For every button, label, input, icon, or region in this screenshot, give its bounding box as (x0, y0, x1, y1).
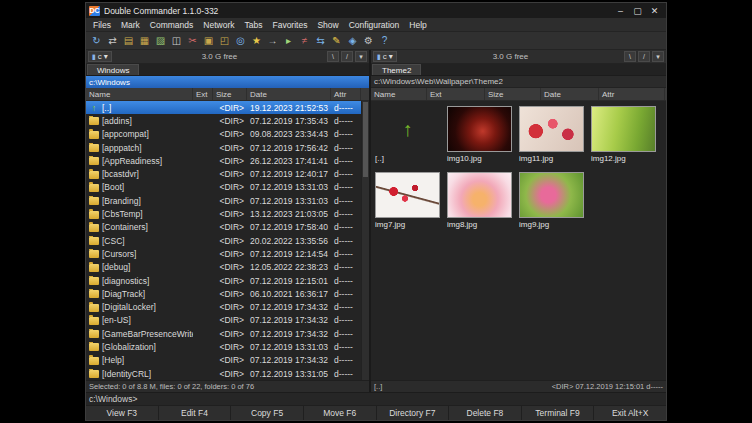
help-icon[interactable]: ? (377, 33, 392, 48)
brief-view-icon[interactable]: ▤ (121, 33, 136, 48)
compare-icon[interactable]: ≠ (297, 33, 312, 48)
fn-button-view-f3[interactable]: View F3 (86, 406, 158, 420)
left-path-bar[interactable]: c:\Windows (86, 76, 369, 88)
folder-icon (89, 184, 99, 192)
file-row[interactable]: [Cursors]<DIR>07.12.2019 12:14:54d----- (86, 247, 361, 260)
menu-files[interactable]: Files (88, 20, 116, 30)
rename-icon[interactable]: ✎ (329, 33, 344, 48)
column-header-size[interactable]: Size (213, 88, 247, 100)
file-row[interactable]: [Globalization]<DIR>07.12.2019 13:31:03d… (86, 340, 361, 353)
menu-help[interactable]: Help (404, 20, 431, 30)
menu-bar: FilesMarkCommandsNetworkTabsFavoritesSho… (86, 18, 666, 31)
fn-button-exit-alt-x[interactable]: Exit Alt+X (594, 406, 666, 420)
right-parent-button[interactable]: / (638, 51, 650, 62)
column-header-ext[interactable]: Ext (193, 88, 213, 100)
left-column-headers: NameExtSizeDateAttr (86, 88, 369, 101)
file-row[interactable]: [en-US]<DIR>07.12.2019 17:34:32d----- (86, 314, 361, 327)
file-row[interactable]: [CSC]<DIR>20.02.2022 13:35:56d----- (86, 234, 361, 247)
goto-icon[interactable]: → (265, 33, 280, 48)
file-row[interactable]: [Containers]<DIR>07.12.2019 17:58:40d---… (86, 221, 361, 234)
right-drive-select[interactable]: ▮ c ▾ (373, 51, 397, 62)
fn-button-copy-f5[interactable]: Copy F5 (231, 406, 303, 420)
right-root-button[interactable]: \ (624, 51, 636, 62)
file-name-label: [Branding] (102, 196, 141, 206)
fn-button-terminal-f9[interactable]: Terminal F9 (522, 406, 594, 420)
right-tab-theme2[interactable]: Theme2 (372, 64, 421, 75)
file-name-cell: [Cursors] (86, 249, 193, 259)
file-size-cell: <DIR> (213, 369, 247, 379)
left-scrollbar-thumb[interactable] (363, 102, 368, 177)
refresh-icon[interactable]: ↻ (89, 33, 104, 48)
file-row[interactable]: [AppReadiness]<DIR>26.12.2023 17:41:41d-… (86, 154, 361, 167)
settings-icon[interactable]: ⚙ (361, 33, 376, 48)
file-row[interactable]: [apppatch]<DIR>07.12.2019 17:56:42d----- (86, 141, 361, 154)
column-header-attr[interactable]: Attr (599, 88, 665, 100)
column-header-date[interactable]: Date (247, 88, 331, 100)
network-icon[interactable]: ◈ (345, 33, 360, 48)
left-parent-button[interactable]: / (341, 51, 353, 62)
thumbnail-item[interactable]: img8.jpg (447, 172, 514, 234)
menu-commands[interactable]: Commands (145, 20, 198, 30)
extract-icon[interactable]: ◰ (217, 33, 232, 48)
fn-button-delete-f8[interactable]: Delete F8 (449, 406, 521, 420)
file-name-label: [Globalization] (102, 342, 156, 352)
thumbnail-up-dir[interactable]: ↑[..] (375, 106, 442, 168)
thumbnail-item[interactable]: img12.jpg (591, 106, 658, 168)
maximize-button[interactable]: ▢ (629, 4, 646, 17)
cut-icon[interactable]: ✂ (185, 33, 200, 48)
column-header-size[interactable]: Size (485, 88, 541, 100)
sync-icon[interactable]: ⇆ (313, 33, 328, 48)
file-row[interactable]: [DigitalLocker]<DIR>07.12.2019 17:34:32d… (86, 300, 361, 313)
menu-favorites[interactable]: Favorites (267, 20, 312, 30)
thumbnail-item[interactable]: img11.jpg (519, 106, 586, 168)
column-header-ext[interactable]: Ext (427, 88, 485, 100)
close-button[interactable]: ✕ (646, 4, 663, 17)
column-header-date[interactable]: Date (541, 88, 599, 100)
file-row[interactable]: [IdentityCRL]<DIR>07.12.2019 13:31:05d--… (86, 367, 361, 380)
column-header-attr[interactable]: Attr (331, 88, 361, 100)
left-root-button[interactable]: \ (327, 51, 339, 62)
file-row[interactable]: [bcastdvr]<DIR>07.12.2019 12:40:17d----- (86, 167, 361, 180)
thumbnail-item[interactable]: img9.jpg (519, 172, 586, 234)
left-scrollbar[interactable] (361, 101, 369, 380)
hotdir-icon[interactable]: ★ (249, 33, 264, 48)
thumbnail-item[interactable]: img7.jpg (375, 172, 442, 234)
file-row[interactable]: [Branding]<DIR>07.12.2019 13:31:03d----- (86, 194, 361, 207)
column-header-name[interactable]: Name (86, 88, 193, 100)
file-row[interactable]: [DiagTrack]<DIR>06.10.2021 16:36:17d----… (86, 287, 361, 300)
file-row[interactable]: [Help]<DIR>07.12.2019 17:34:32d----- (86, 354, 361, 367)
command-line-input[interactable] (140, 394, 663, 405)
menu-mark[interactable]: Mark (116, 20, 145, 30)
left-tab-windows[interactable]: Windows (87, 64, 139, 75)
file-row[interactable]: [Boot]<DIR>07.12.2019 13:31:03d----- (86, 181, 361, 194)
tree-view-icon[interactable]: ▨ (153, 33, 168, 48)
file-row[interactable]: [appcompat]<DIR>09.08.2023 23:34:43d----… (86, 128, 361, 141)
file-row[interactable]: [CbsTemp]<DIR>13.12.2023 21:03:05d----- (86, 207, 361, 220)
full-view-icon[interactable]: ▦ (137, 33, 152, 48)
column-header-name[interactable]: Name (371, 88, 427, 100)
right-path-bar[interactable]: c:\Windows\Web\Wallpaper\Theme2 (371, 76, 666, 88)
fn-button-directory-f7[interactable]: Directory F7 (377, 406, 449, 420)
fn-button-move-f6[interactable]: Move F6 (304, 406, 376, 420)
left-drive-select[interactable]: ▮ c ▾ (88, 51, 112, 62)
menu-configuration[interactable]: Configuration (344, 20, 405, 30)
file-row[interactable]: ↑[..]<DIR>19.12.2023 21:52:53d----- (86, 101, 361, 114)
fn-button-edit-f4[interactable]: Edit F4 (159, 406, 231, 420)
file-row[interactable]: [addins]<DIR>07.12.2019 17:35:43d----- (86, 114, 361, 127)
file-row[interactable]: [diagnostics]<DIR>07.12.2019 12:15:01d--… (86, 274, 361, 287)
minimize-button[interactable]: – (612, 4, 629, 17)
pack-icon[interactable]: ▣ (201, 33, 216, 48)
folder-icon (89, 197, 99, 205)
thumbnail-item[interactable]: img10.jpg (447, 106, 514, 168)
left-history-button[interactable]: ▾ (355, 51, 367, 62)
menu-tabs[interactable]: Tabs (240, 20, 268, 30)
menu-network[interactable]: Network (198, 20, 239, 30)
right-history-button[interactable]: ▾ (652, 51, 664, 62)
copy-names-icon[interactable]: ◫ (169, 33, 184, 48)
swap-panels-icon[interactable]: ⇄ (105, 33, 120, 48)
menu-show[interactable]: Show (312, 20, 343, 30)
file-row[interactable]: [GameBarPresenceWriter]<DIR>07.12.2019 1… (86, 327, 361, 340)
terminal-icon[interactable]: ▸ (281, 33, 296, 48)
search-icon[interactable]: ◎ (233, 33, 248, 48)
file-row[interactable]: [debug]<DIR>12.05.2022 22:38:23d----- (86, 261, 361, 274)
